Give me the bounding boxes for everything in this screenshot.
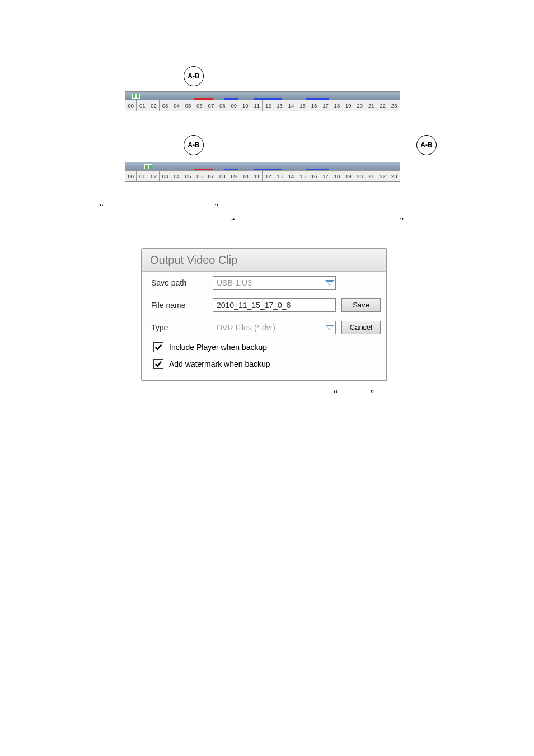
hour-tick: 10 (240, 170, 251, 181)
hour-tick: 05 (182, 100, 194, 111)
hour-tick: 04 (171, 170, 182, 181)
hour-tick: 23 (388, 170, 399, 181)
hour-tick: 02 (148, 170, 160, 181)
hour-tick: 18 (331, 100, 343, 111)
cancel-button[interactable]: Cancel (341, 321, 381, 334)
hour-tick: 13 (274, 170, 285, 181)
type-select[interactable]: DVR Files (*.dvr) (213, 321, 336, 334)
hour-tick: 22 (377, 100, 388, 111)
type-value: DVR Files (*.dvr) (217, 323, 275, 332)
hour-tick: 02 (148, 100, 160, 111)
save-path-label: Save path (151, 278, 207, 287)
quote-close-1: ” (214, 202, 218, 212)
hour-tick: 00 (125, 170, 137, 181)
hour-tick: 19 (343, 170, 354, 181)
hour-tick: 21 (366, 100, 377, 111)
hour-tick: 05 (182, 170, 194, 181)
hour-tick: 09 (228, 170, 240, 181)
hour-tick: 18 (331, 170, 343, 181)
ab-label: A-B (420, 141, 432, 149)
hour-tick: 03 (160, 170, 171, 181)
hour-tick: 17 (320, 100, 331, 111)
quote-close-2: ” (400, 216, 404, 226)
hour-tick: 11 (251, 100, 263, 111)
check-icon (154, 343, 162, 351)
quote-open-1: “ (100, 202, 104, 212)
hour-tick: 19 (343, 100, 354, 111)
save-path-value: USB-1:U3 (217, 278, 252, 287)
include-player-checkbox[interactable] (153, 342, 163, 352)
add-watermark-checkbox[interactable] (153, 359, 163, 369)
chevron-down-icon (325, 325, 334, 330)
ab-label: A-B (188, 72, 199, 80)
timeline-ruler: 0001020304050607080910111213141516171819… (125, 170, 400, 181)
hour-tick: 12 (263, 100, 274, 111)
hour-tick: 04 (171, 100, 182, 111)
hour-tick: 20 (354, 170, 366, 181)
include-player-label: Include Player when backup (169, 343, 267, 352)
hour-tick: 12 (263, 170, 274, 181)
add-watermark-label: Add watermark when backup (169, 360, 270, 368)
hour-tick: 08 (217, 170, 228, 181)
file-name-input[interactable]: 2010_11_15_17_0_6 (213, 298, 336, 312)
hour-tick: 03 (160, 100, 171, 111)
ab-label: A-B (188, 141, 199, 149)
hour-tick: 10 (240, 100, 251, 111)
timeline-1[interactable]: 0001020304050607080910111213141516171819… (125, 91, 400, 111)
hour-tick: 07 (205, 100, 217, 111)
timeline-bar (125, 162, 400, 171)
hour-tick: 15 (297, 170, 308, 181)
timeline-2[interactable]: 0001020304050607080910111213141516171819… (125, 162, 400, 182)
hour-tick: 22 (377, 170, 388, 181)
hour-tick: 14 (285, 170, 297, 181)
hour-tick: 14 (285, 100, 297, 111)
chevron-down-icon (325, 280, 334, 286)
hour-tick: 11 (251, 170, 263, 181)
hour-tick: 09 (228, 100, 240, 111)
check-icon (154, 360, 162, 368)
hour-tick: 16 (308, 100, 320, 111)
output-video-dialog: Output Video Clip Save path USB-1:U3 Fil… (141, 248, 387, 381)
hour-tick: 06 (194, 170, 205, 181)
timeline-bar (125, 92, 400, 100)
hour-tick: 15 (297, 100, 308, 111)
file-name-value: 2010_11_15_17_0_6 (217, 301, 291, 310)
ab-button-1[interactable]: A-B (184, 66, 204, 86)
hour-tick: 01 (137, 100, 148, 111)
hour-tick: 20 (354, 100, 366, 111)
quote-open-3: “ (334, 389, 338, 399)
timeline-ruler: 0001020304050607080910111213141516171819… (125, 100, 400, 111)
hour-tick: 21 (366, 170, 377, 181)
hour-tick: 23 (388, 100, 399, 111)
hour-tick: 00 (125, 100, 137, 111)
hour-tick: 06 (194, 100, 205, 111)
hour-tick: 07 (205, 170, 217, 181)
quote-close-3: ” (370, 389, 374, 399)
hour-tick: 01 (137, 170, 148, 181)
ab-button-2[interactable]: A-B (184, 135, 204, 155)
quote-open-2: “ (231, 216, 235, 226)
type-label: Type (151, 323, 207, 332)
save-button[interactable]: Save (341, 298, 381, 312)
hour-tick: 16 (308, 170, 320, 181)
hour-tick: 17 (320, 170, 331, 181)
save-path-select[interactable]: USB-1:U3 (213, 276, 336, 290)
file-name-label: File name (151, 301, 207, 310)
dialog-title: Output Video Clip (142, 249, 386, 272)
hour-tick: 08 (217, 100, 228, 111)
ab-button-3[interactable]: A-B (416, 135, 437, 155)
hour-tick: 13 (274, 100, 285, 111)
